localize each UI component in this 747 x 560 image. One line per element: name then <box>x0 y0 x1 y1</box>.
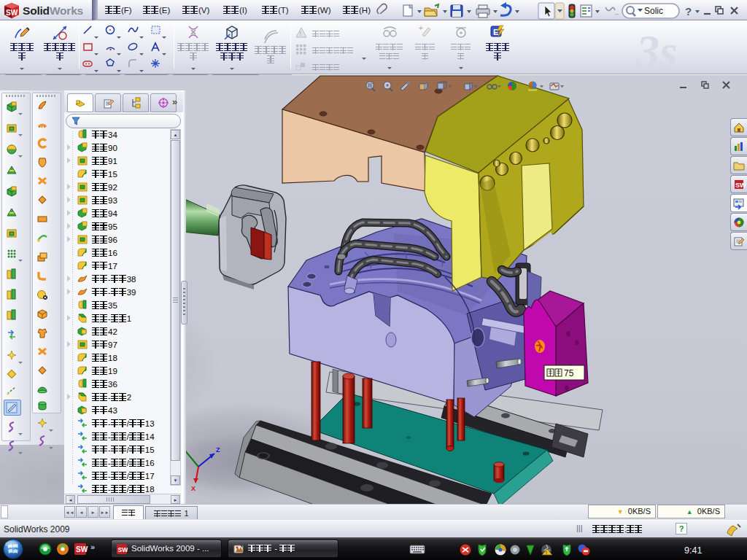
svg-text:SW: SW <box>6 9 18 17</box>
svg-text:»: » <box>90 542 95 551</box>
svg-text:?: ? <box>685 5 692 18</box>
svg-text:+: + <box>419 24 423 32</box>
svg-text:Z: Z <box>216 446 220 454</box>
svg-text:E: E <box>493 28 498 36</box>
svg-text:9:41: 9:41 <box>684 545 702 556</box>
svg-text:75: 75 <box>564 368 574 378</box>
svg-text:..: .. <box>615 9 619 16</box>
svg-text:SW: SW <box>76 545 88 553</box>
svg-text:!: ! <box>546 551 547 555</box>
svg-text:SW: SW <box>735 182 746 189</box>
svg-text:X: X <box>191 485 196 492</box>
svg-text:!: ! <box>300 30 302 37</box>
svg-text:SW: SW <box>118 546 128 553</box>
svg-text:Solic: Solic <box>644 6 663 16</box>
